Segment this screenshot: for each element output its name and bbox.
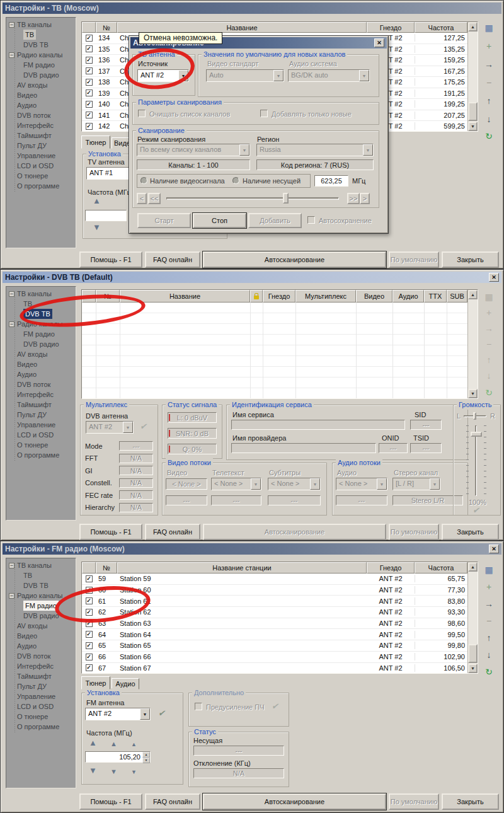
table-scrollbar[interactable]: ▲ ▼ <box>467 562 478 673</box>
sidebar-item[interactable]: − ТВ каналы <box>6 20 76 30</box>
add-button[interactable]: Добавить <box>248 213 302 228</box>
sidebar-item[interactable]: − AV входы <box>6 349 76 359</box>
rescan-icon[interactable]: ↻ <box>481 667 496 677</box>
fine-up-icon[interactable]: ▲ <box>131 741 137 748</box>
scan-slider-thumb[interactable] <box>283 193 289 204</box>
channel-enabled-checkbox[interactable]: ✓ <box>86 101 93 108</box>
dialog-close-icon[interactable]: ✕ <box>374 38 384 47</box>
page-back-button[interactable]: << <box>148 193 161 204</box>
station-enabled-checkbox[interactable]: ✓ <box>86 642 93 649</box>
sidebar-item[interactable]: − Аудио <box>6 369 76 379</box>
rescan-icon[interactable]: ↻ <box>481 388 496 398</box>
tab-tuner[interactable]: Тюнер <box>81 136 110 149</box>
add-channel-icon[interactable]: + <box>481 582 496 592</box>
fine-down-icon[interactable]: ▼ <box>131 768 137 776</box>
sidebar-item[interactable]: − О тюнере <box>6 171 76 181</box>
col-audio[interactable]: Аудио <box>392 290 424 303</box>
start-button[interactable]: Старт <box>137 213 191 228</box>
sidebar-item[interactable]: − AV входы <box>6 621 76 631</box>
tree-collapse-icon[interactable]: − <box>9 291 14 297</box>
station-enabled-checkbox[interactable]: ✓ <box>86 575 93 582</box>
sidebar-item[interactable]: − ТВ <box>6 570 76 580</box>
faq-button[interactable]: FAQ онлайн <box>145 524 200 540</box>
col-number[interactable]: № <box>96 22 117 33</box>
sidebar-item[interactable]: − DVB радио <box>6 339 76 349</box>
scan-slider[interactable] <box>166 197 339 200</box>
table-scrollbar[interactable]: ▲ ▼ <box>467 290 478 398</box>
sidebar-item[interactable]: − Интерфейс <box>6 389 76 400</box>
sidebar-item[interactable]: − Пульт ДУ <box>6 410 76 420</box>
carrier-radio[interactable] <box>232 177 239 184</box>
sidebar-item[interactable]: − Видео <box>6 90 76 100</box>
tab-tuner[interactable]: Тюнер <box>81 676 110 689</box>
sidebar-item[interactable]: − DVB ТВ <box>6 580 76 591</box>
close-window-icon[interactable]: ✕ <box>489 545 499 553</box>
defaults-button[interactable]: По умолчанию <box>389 251 439 268</box>
step-back-button[interactable]: < <box>137 193 147 204</box>
volume-apply-icon[interactable]: ✔ <box>472 506 479 514</box>
help-button[interactable]: Помощь - F1 <box>79 524 142 540</box>
help-button[interactable]: Помощь - F1 <box>79 251 142 268</box>
move-up-icon[interactable]: ↑ <box>481 96 496 106</box>
sidebar-item[interactable]: − О программе <box>6 722 76 732</box>
add-channel-icon[interactable]: + <box>481 41 496 51</box>
sidebar-item[interactable]: − Управление <box>6 151 76 161</box>
sidebar-item[interactable]: − DVB ТВ <box>6 40 76 50</box>
tree-collapse-icon[interactable]: − <box>9 593 14 599</box>
faq-button[interactable]: FAQ онлайн <box>145 251 200 268</box>
col-scrambled[interactable] <box>250 290 263 303</box>
close-button[interactable]: Закрыть <box>442 251 499 268</box>
autoscan-button[interactable]: Автосканирование <box>203 793 386 810</box>
col-socket[interactable]: Гнездо <box>367 22 415 33</box>
channel-enabled-checkbox[interactable]: ✓ <box>86 112 93 118</box>
sidebar-item[interactable]: − О тюнере <box>6 440 76 450</box>
tree-collapse-icon[interactable]: − <box>9 563 14 568</box>
fm-antenna-combo[interactable]: ANT #2 ▼ <box>85 708 151 720</box>
insert-channel-icon[interactable]: → <box>481 599 496 609</box>
col-name[interactable]: Название <box>117 22 367 33</box>
sidebar-item[interactable]: − Пульт ДУ <box>6 681 76 691</box>
sidebar-item[interactable]: − Управление <box>6 420 76 430</box>
balance-thumb[interactable] <box>473 412 476 420</box>
sidebar-item[interactable]: − О программе <box>6 181 76 191</box>
scroll-down-icon[interactable]: ▼ <box>468 122 478 131</box>
channel-grid-icon[interactable]: ▦ <box>481 292 496 302</box>
sidebar-item[interactable]: − Аудио <box>6 100 76 110</box>
sidebar-item[interactable]: − LCD и OSD <box>6 701 76 712</box>
station-row[interactable]: ✓ 67 Station 67 ANT #2 106,50 <box>82 663 467 674</box>
channel-grid-icon[interactable]: ▦ <box>481 565 496 575</box>
autoscan-button[interactable]: Автосканирование <box>203 524 386 540</box>
scroll-up-icon[interactable]: ▲ <box>468 22 478 32</box>
apply-antenna-icon[interactable]: ✔ <box>158 709 165 717</box>
stop-button[interactable]: Стоп <box>193 213 246 228</box>
channel-enabled-checkbox[interactable]: ✓ <box>86 67 93 74</box>
col-name[interactable]: Название станции <box>117 562 367 574</box>
coarse-down-icon[interactable]: ▼ <box>93 224 101 231</box>
move-down-icon[interactable]: ↓ <box>481 650 496 660</box>
col-check[interactable] <box>82 562 96 574</box>
col-sub[interactable]: SUB <box>447 290 467 303</box>
titlebar-dvbtv[interactable]: Настройки - DVB ТВ (Default) ✕ <box>3 272 501 283</box>
sidebar-item[interactable]: − DVB поток <box>6 110 76 120</box>
station-row[interactable]: ✓ 63 Station 63 ANT #2 98,60 <box>82 618 467 630</box>
tv-frequency-input[interactable] <box>85 210 127 221</box>
fm-frequency-input[interactable]: 105,20 ▲ ▼ <box>85 751 151 763</box>
move-down-icon[interactable]: ↓ <box>481 371 496 381</box>
apply-antenna-icon[interactable]: ✔ <box>140 422 147 430</box>
sidebar-item[interactable]: − Пульт ДУ <box>6 141 76 151</box>
provider-name-input[interactable] <box>231 443 376 453</box>
sidebar-item[interactable]: − DVB поток <box>6 379 76 389</box>
sidebar-item[interactable]: − DVB радио <box>6 70 76 80</box>
scroll-up-icon[interactable]: ▲ <box>468 562 478 572</box>
sidebar-item[interactable]: − Управление <box>6 691 76 701</box>
scroll-down-icon[interactable]: ▼ <box>468 664 478 673</box>
move-up-icon[interactable]: ↑ <box>481 633 496 643</box>
col-multiplex[interactable]: Мультиплекс <box>295 290 356 303</box>
col-socket[interactable]: Гнездо <box>367 562 415 574</box>
sidebar-item[interactable]: − Интерфейс <box>6 120 76 130</box>
remove-channel-icon[interactable]: − <box>481 616 496 626</box>
station-row[interactable]: ✓ 66 Station 66 ANT #2 102,90 <box>82 652 467 663</box>
volume-thumb[interactable] <box>471 432 482 437</box>
station-row[interactable]: ✓ 59 Station 59 ANT #2 65,75 <box>82 574 467 585</box>
station-row[interactable]: ✓ 64 Station 64 ANT #2 99,50 <box>82 629 467 640</box>
